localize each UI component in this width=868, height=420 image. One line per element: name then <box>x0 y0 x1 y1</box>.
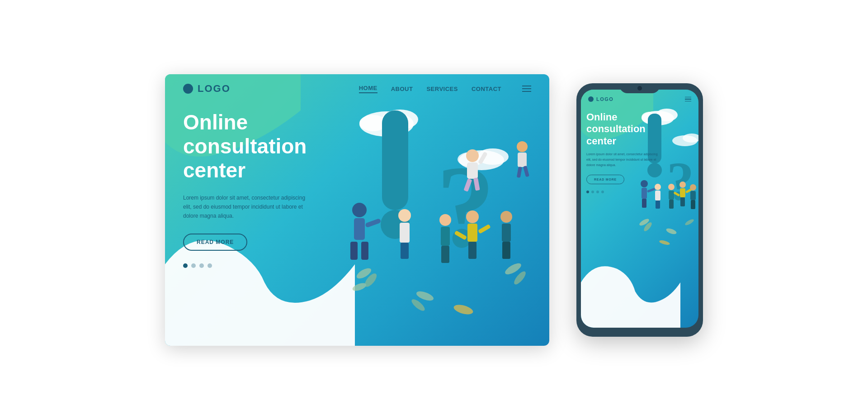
dot-3[interactable] <box>199 263 204 268</box>
svg-point-25 <box>466 149 479 162</box>
mobile-hero: Online consultation center Lorem ipsum d… <box>586 111 668 193</box>
mobile-dot-4[interactable] <box>601 191 604 193</box>
mobile-hero-description: Lorem ipsum dolor sit amet, consectetur … <box>586 152 659 168</box>
svg-rect-60 <box>642 199 646 208</box>
svg-rect-18 <box>354 218 365 240</box>
svg-rect-69 <box>669 191 674 200</box>
dot-4[interactable] <box>208 263 212 268</box>
mobile-hero-title: Online consultation center <box>586 111 668 147</box>
desktop-hero: Online consultation center Lorem ipsum d… <box>183 110 355 268</box>
nav-links: HOME ABOUT SERVICES CONTACT <box>359 85 531 93</box>
desktop-mockup: LOGO HOME ABOUT SERVICES CONTACT Online … <box>165 74 549 346</box>
pagination-dots <box>183 263 355 268</box>
svg-rect-78 <box>691 200 695 209</box>
svg-point-71 <box>679 181 686 188</box>
svg-rect-44 <box>523 166 529 177</box>
svg-rect-70 <box>669 200 674 209</box>
logo-icon <box>183 84 193 94</box>
svg-rect-77 <box>690 191 696 200</box>
mobile-pagination-dots <box>586 191 668 193</box>
svg-point-16 <box>453 303 474 316</box>
mobile-dot-2[interactable] <box>591 191 594 193</box>
svg-point-12 <box>415 290 434 303</box>
svg-rect-20 <box>361 242 368 260</box>
svg-rect-64 <box>656 200 660 209</box>
nav-logo: LOGO <box>183 83 231 95</box>
svg-rect-23 <box>400 223 410 243</box>
svg-rect-21 <box>365 218 381 228</box>
read-more-button[interactable]: READ MORE <box>183 234 247 251</box>
desktop-screen: LOGO HOME ABOUT SERVICES CONTACT Online … <box>165 74 549 346</box>
hero-title: Online consultation center <box>183 110 355 182</box>
dot-2[interactable] <box>191 263 196 268</box>
nav-link-services[interactable]: SERVICES <box>426 86 458 92</box>
svg-point-56 <box>684 218 694 226</box>
svg-rect-42 <box>518 153 527 167</box>
svg-point-33 <box>466 210 479 223</box>
svg-point-57 <box>659 239 670 246</box>
svg-point-38 <box>500 211 512 223</box>
svg-rect-34 <box>467 224 477 242</box>
mobile-hamburger[interactable] <box>685 97 691 102</box>
mobile-logo-icon <box>588 96 594 102</box>
logo-text: LOGO <box>198 83 231 95</box>
svg-point-30 <box>439 214 451 226</box>
mobile-read-more-button[interactable]: READ MORE <box>586 175 624 184</box>
svg-rect-24 <box>401 243 409 259</box>
svg-point-55 <box>665 227 677 235</box>
svg-point-41 <box>517 141 528 152</box>
mobile-mockup: LOGO Online consultation center Lorem ip… <box>576 83 703 337</box>
mobile-camera <box>637 86 642 91</box>
hero-description: Lorem ipsum dolor sit amet, consectetur … <box>183 193 310 221</box>
mobile-screen: LOGO Online consultation center Lorem ip… <box>581 90 698 328</box>
svg-rect-26 <box>467 162 478 179</box>
canvas: LOGO HOME ABOUT SERVICES CONTACT Online … <box>0 0 868 420</box>
mobile-dot-1[interactable] <box>586 191 589 193</box>
svg-rect-6 <box>382 110 408 210</box>
svg-rect-43 <box>517 167 522 178</box>
svg-point-76 <box>690 184 696 191</box>
dot-1[interactable] <box>183 263 188 268</box>
mobile-logo: LOGO <box>588 96 613 102</box>
svg-rect-72 <box>680 188 685 197</box>
nav-link-about[interactable]: ABOUT <box>391 86 413 92</box>
nav-link-contact[interactable]: CONTACT <box>472 86 501 92</box>
svg-rect-31 <box>441 227 450 246</box>
svg-rect-40 <box>502 242 510 259</box>
hamburger-menu[interactable] <box>522 86 531 92</box>
mobile-logo-text: LOGO <box>596 96 613 102</box>
svg-rect-32 <box>441 246 449 263</box>
mobile-dot-3[interactable] <box>596 191 599 193</box>
svg-rect-73 <box>680 197 685 206</box>
desktop-nav: LOGO HOME ABOUT SERVICES CONTACT <box>165 74 549 103</box>
nav-link-home[interactable]: HOME <box>359 85 377 93</box>
svg-point-68 <box>668 184 675 190</box>
svg-rect-39 <box>502 224 511 242</box>
svg-point-11 <box>352 282 368 292</box>
svg-rect-35 <box>468 242 476 259</box>
svg-point-13 <box>410 297 427 313</box>
svg-point-22 <box>398 209 411 222</box>
